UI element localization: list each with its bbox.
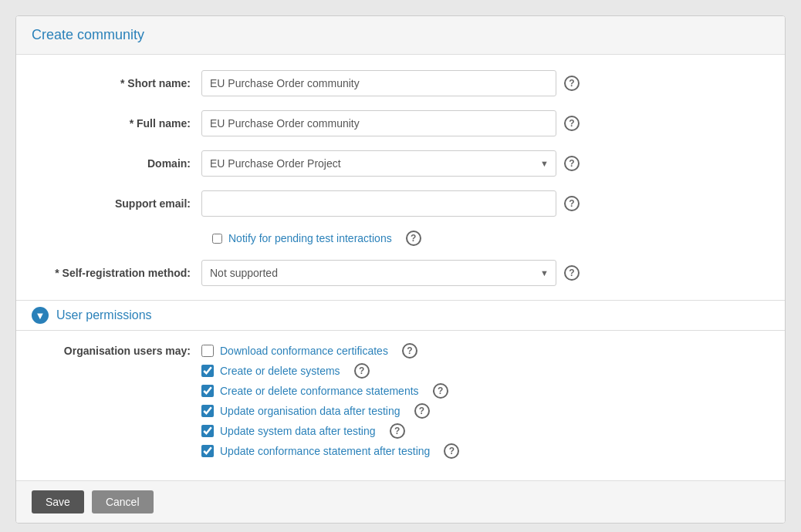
short-name-field-area: ?	[201, 70, 769, 96]
support-email-help-icon[interactable]: ?	[564, 196, 580, 211]
perm-update-system-label: Update system data after testing	[220, 425, 376, 437]
self-reg-row: * Self-registration method: Not supporte…	[16, 260, 785, 286]
perm-create-statements-checkbox[interactable]	[201, 385, 214, 397]
full-name-input[interactable]	[201, 110, 556, 136]
org-checkboxes: Download conformance certificates ? Crea…	[201, 343, 459, 459]
domain-select-wrapper: EU Purchase Order Project	[201, 150, 556, 177]
dialog-header: Create community	[16, 16, 785, 55]
full-name-label: * Full name:	[32, 117, 201, 130]
perm-create-systems-help-icon[interactable]: ?	[354, 363, 370, 379]
cancel-button[interactable]: Cancel	[92, 490, 154, 513]
perm-update-statement-label: Update conformance statement after testi…	[220, 445, 430, 457]
support-email-field-area: ?	[201, 190, 769, 217]
self-reg-select-wrapper: Not supported	[201, 260, 556, 286]
full-name-field-area: ?	[201, 110, 769, 136]
perm-download-help-icon[interactable]: ?	[402, 343, 417, 359]
short-name-input[interactable]	[201, 70, 556, 96]
org-users-row: Organisation users may: Download conform…	[16, 343, 785, 459]
create-community-dialog: Create community * Short name: ? * Full …	[15, 15, 786, 524]
domain-field-area: EU Purchase Order Project ?	[201, 150, 769, 177]
perm-download-label: Download conformance certificates	[220, 345, 388, 357]
dialog-body: * Short name: ? * Full name: ? Domain: E…	[16, 55, 785, 480]
notify-checkbox[interactable]	[212, 234, 222, 244]
domain-select[interactable]: EU Purchase Order Project	[201, 150, 556, 177]
perm-update-statement-item: Update conformance statement after testi…	[201, 443, 459, 459]
domain-label: Domain:	[32, 157, 201, 170]
dialog-footer: Save Cancel	[16, 480, 785, 523]
perm-update-org-checkbox[interactable]	[201, 405, 214, 417]
perm-create-systems-label: Create or delete systems	[220, 365, 340, 377]
perm-update-org-help-icon[interactable]: ?	[414, 403, 430, 419]
domain-row: Domain: EU Purchase Order Project ?	[16, 150, 785, 177]
domain-help-icon[interactable]: ?	[564, 156, 580, 171]
self-reg-field-area: Not supported ?	[201, 260, 769, 286]
notify-label: Notify for pending test interactions	[228, 232, 392, 244]
perm-update-statement-checkbox[interactable]	[201, 445, 214, 457]
self-reg-help-icon[interactable]: ?	[564, 265, 580, 281]
user-permissions-title: User permissions	[56, 308, 152, 322]
perm-update-system-checkbox[interactable]	[201, 425, 214, 437]
save-button[interactable]: Save	[32, 490, 84, 513]
support-email-row: Support email: ?	[16, 190, 785, 217]
perm-create-statements-item: Create or delete conformance statements …	[201, 383, 459, 399]
notify-check-label: Notify for pending test interactions ?	[212, 231, 421, 246]
notify-help-icon[interactable]: ?	[406, 231, 421, 246]
org-users-label: Organisation users may:	[32, 343, 201, 357]
dialog-title: Create community	[32, 27, 769, 43]
support-email-label: Support email:	[32, 197, 201, 210]
self-reg-select[interactable]: Not supported	[201, 260, 556, 286]
perm-create-statements-label: Create or delete conformance statements	[220, 385, 419, 397]
user-permissions-collapse-icon[interactable]: ▼	[32, 307, 49, 324]
self-reg-label: * Self-registration method:	[32, 267, 201, 279]
support-email-input[interactable]	[201, 190, 556, 217]
short-name-label: * Short name:	[32, 77, 201, 89]
perm-create-systems-checkbox[interactable]	[201, 365, 214, 377]
perm-download-checkbox[interactable]	[201, 345, 214, 357]
short-name-help-icon[interactable]: ?	[564, 76, 580, 91]
perm-update-org-label: Update organisation data after testing	[220, 405, 400, 417]
perm-update-system-help-icon[interactable]: ?	[390, 423, 405, 439]
perm-update-system-item: Update system data after testing ?	[201, 423, 459, 439]
perm-update-org-item: Update organisation data after testing ?	[201, 403, 459, 419]
user-permissions-section-header: ▼ User permissions	[16, 300, 785, 331]
short-name-row: * Short name: ?	[16, 70, 785, 96]
perm-create-systems-item: Create or delete systems ?	[201, 363, 459, 379]
perm-update-statement-help-icon[interactable]: ?	[444, 443, 459, 459]
perm-create-statements-help-icon[interactable]: ?	[433, 383, 448, 399]
perm-download-item: Download conformance certificates ?	[201, 343, 459, 359]
full-name-help-icon[interactable]: ?	[564, 116, 580, 131]
notify-row: Notify for pending test interactions ?	[16, 231, 785, 246]
full-name-row: * Full name: ?	[16, 110, 785, 136]
